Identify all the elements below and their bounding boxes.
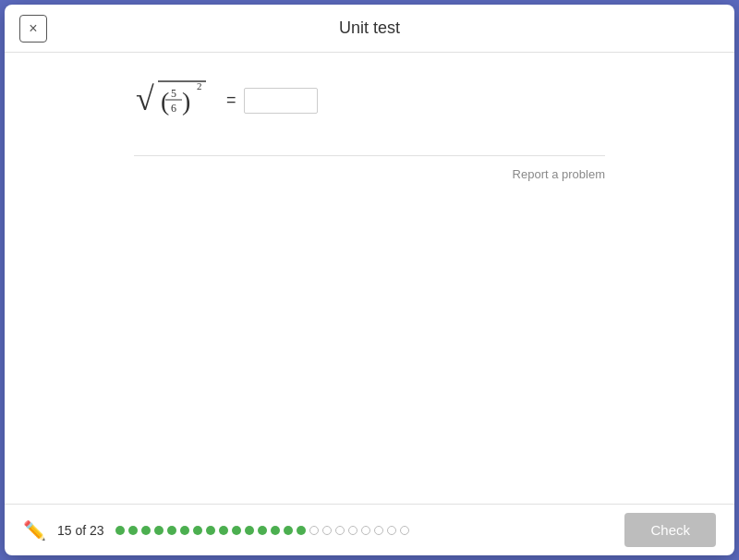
pencil-icon: ✏️ bbox=[23, 519, 46, 542]
progress-dot-empty bbox=[348, 526, 357, 535]
modal-header: × Unit test bbox=[5, 5, 734, 53]
progress-dot-filled bbox=[115, 526, 125, 535]
progress-dot-filled bbox=[141, 526, 151, 535]
progress-dot-empty bbox=[322, 526, 332, 535]
progress-text: 15 of 23 bbox=[57, 523, 104, 538]
answer-input[interactable] bbox=[244, 88, 318, 114]
progress-dot-filled bbox=[232, 526, 241, 535]
progress-dot-empty bbox=[374, 526, 383, 535]
modal-title: Unit test bbox=[339, 18, 400, 38]
progress-dots bbox=[115, 526, 409, 535]
progress-dot-filled bbox=[219, 526, 228, 535]
progress-dot-filled bbox=[245, 526, 254, 535]
progress-dot-empty bbox=[400, 526, 409, 535]
progress-dot-filled bbox=[193, 526, 202, 535]
progress-dot-filled bbox=[284, 526, 293, 535]
svg-text:(: ( bbox=[161, 87, 169, 116]
progress-dot-filled bbox=[154, 526, 164, 535]
equals-sign: = bbox=[226, 91, 236, 110]
svg-text:2: 2 bbox=[197, 80, 202, 91]
report-problem-link[interactable]: Report a problem bbox=[134, 167, 605, 181]
svg-text:6: 6 bbox=[171, 102, 176, 115]
content-area: √ 5 6 ( ) 2 = bbox=[5, 53, 734, 504]
radical-svg: √ 5 6 ( ) 2 bbox=[134, 75, 208, 126]
svg-text:5: 5 bbox=[171, 87, 176, 100]
math-expression: √ 5 6 ( ) 2 bbox=[134, 75, 208, 126]
progress-dot-filled bbox=[297, 526, 306, 535]
svg-text:√: √ bbox=[136, 80, 154, 117]
progress-dot-filled bbox=[206, 526, 215, 535]
check-button[interactable]: Check bbox=[624, 513, 716, 547]
footer: ✏️ 15 of 23 Check bbox=[5, 504, 734, 555]
progress-dot-filled bbox=[271, 526, 280, 535]
close-button[interactable]: × bbox=[19, 15, 47, 43]
section-divider bbox=[134, 155, 605, 156]
progress-dot-empty bbox=[335, 526, 345, 535]
progress-dot-filled bbox=[128, 526, 138, 535]
footer-left: ✏️ 15 of 23 bbox=[23, 519, 409, 542]
svg-text:): ) bbox=[182, 87, 190, 116]
modal-container: × Unit test √ 5 6 bbox=[5, 5, 734, 555]
progress-dot-empty bbox=[309, 526, 319, 535]
progress-dot-empty bbox=[387, 526, 396, 535]
progress-dot-filled bbox=[180, 526, 189, 535]
progress-dot-filled bbox=[167, 526, 176, 535]
progress-dot-filled bbox=[258, 526, 267, 535]
close-icon: × bbox=[29, 20, 37, 37]
question-area: √ 5 6 ( ) 2 = bbox=[134, 75, 605, 126]
progress-dot-empty bbox=[361, 526, 370, 535]
